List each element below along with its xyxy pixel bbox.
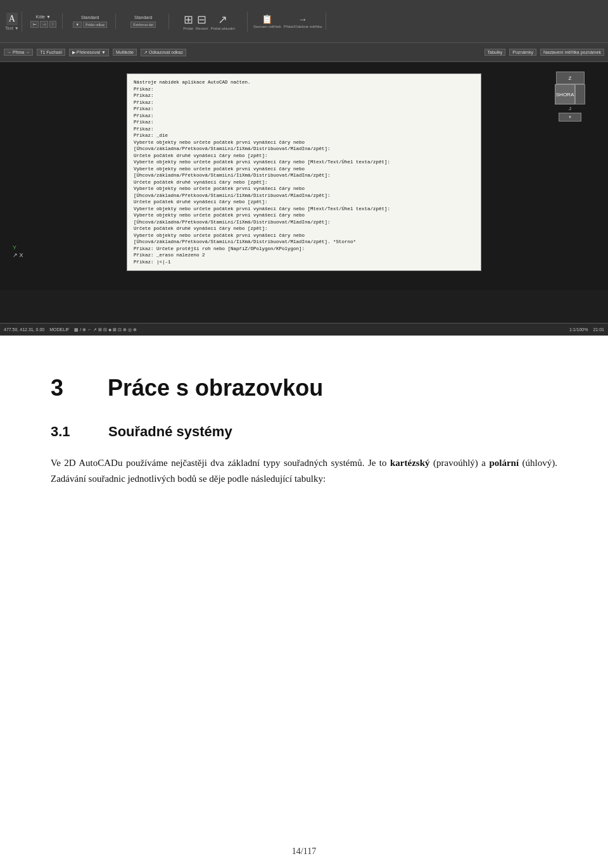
nav-j-label: J [569,106,571,111]
nav-cube-button: ▼ [559,113,581,122]
section-number: 3.1 [51,424,86,440]
white-divider [0,336,608,343]
cmd-line-9: Vyberte objekty nebo určete počátek prvn… [134,139,474,153]
toolbar2-prekresovat: ▶ Překresovat ▼ [69,49,109,56]
cmd-line-1: Příkaz: [134,86,474,93]
cmd-line-18: Určete počátek druhé vynášecí čáry nebo … [134,225,474,232]
autocad-toolbar-row1: A Text ▼ Kóte ▼ ⊢ ⊣ ↕ Standard ▼ Pridat … [0,0,608,43]
cmd-line-0: Nástroje nabídek aplikace AutoCAD načten… [134,79,474,86]
cmd-line-3: Příkaz: [134,99,474,106]
cmd-line-19: Vyberte objekty nebo určete počátek prvn… [134,232,474,246]
toolbar-section-a: A Text ▼ [3,11,22,32]
toolbar-right-section: 📋 Seznam měřítek → Přidat/Odebrat měřítk… [250,13,326,30]
autocad-drawing-area: Z SHORA J ▼ Y ↗ X Nástroje nabídek aplik… [0,62,608,290]
toolbar-pridat-section: ⊞ Pridat ⊟ Revizni ↗ Pridat aktualní [172,11,248,32]
toolbar2-prima: → Přima → [4,49,33,56]
section-heading: 3.1 Souřadné systémy [51,424,557,440]
toolbar-a-icon: A [6,13,18,25]
toolbar2-fuchsel: T1 Fuchsel [37,49,65,56]
section-title: Souřadné systémy [108,424,232,440]
paragraph-middle: (pravoúhlý) a [430,458,490,468]
cmd-line-15: Určete počátek druhé vynášecí čáry nebo … [134,199,474,206]
time-display: 21:01 [593,327,604,332]
cmd-line-17: Vyberte objekty nebo určete počátek prvn… [134,212,474,225]
nav-cube-z-label: Z [556,72,585,84]
bold-polarni: polární [489,458,519,468]
toolbar-estrbovat: Estrbovat dat [130,22,156,28]
autocad-toolbar-row2: → Přima → T1 Fuchsel ▶ Překresovat ▼ Mul… [0,43,608,62]
cmd-line-2: Příkaz: [134,92,474,99]
nav-cube-front-face: SHORA [555,84,575,104]
mode-display: MODELIF [49,327,69,332]
command-history-panel: Nástroje nabídek aplikace AutoCAD načten… [127,73,481,271]
autocad-screenshot: A Text ▼ Kóte ▼ ⊢ ⊣ ↕ Standard ▼ Pridat … [0,0,608,336]
toolbar-text-label: Text ▼ [5,26,19,30]
page-footer: 14/117 [0,846,608,857]
cmd-line-5: Příkaz: [134,113,474,120]
cmd-line-6: Příkaz: [134,119,474,126]
toolbar-kote-btn1: ⊢ [30,21,39,28]
paragraph-before-bold: Ve 2D AutoCADu používáme nejčastěji dva … [51,458,390,468]
page-number: 14/117 [292,846,316,856]
cmd-line-20: Příkaz: Určete protější roh nebo [NapříZ… [134,246,474,253]
cmd-line-12: Vyberte objekty nebo určete počátek prvn… [134,166,474,179]
cmd-line-7: Příkaz: [134,126,474,133]
bold-kartezsky: kartézský [390,458,430,468]
toolbar-std-btn1: ▼ [73,22,82,28]
toolbar-standard-section: Standard ▼ Pridat odkaz [65,14,116,29]
zoom-level: 1:1/100% [569,327,588,332]
nav-cube: Z SHORA J ▼ [551,72,589,122]
toolbar2-nastaveni: Nastavení měřítka poznámek [540,49,604,56]
toolbar2-odkazovat: ↗ Odkazovat odkaz [141,49,186,56]
chapter-title: Práce s obrazovkou [108,375,323,401]
nav-cube-side: SHORA [555,84,585,104]
x-axis-label: ↗ X [13,252,23,258]
main-paragraph: Ve 2D AutoCADu používáme nejčastěji dva … [51,455,557,487]
cmd-line-8: Příkaz: _die [134,132,474,139]
status-icons: ▦ / ⊕ ← ↗ ⊞ ⊟ ◈ ⊠ ⊡ ⊕ ◎ ⊕ [74,327,564,332]
cmd-line-14: Vyberte objekty nebo určete počátek prvn… [134,186,474,199]
toolbar-kote-btn3: ↕ [49,21,56,28]
toolbar2-poznamky: Poznámky [509,49,536,56]
content-area: 3 Práce s obrazovkou 3.1 Souřadné systém… [0,343,608,868]
toolbar-kote-btn2: ⊣ [40,21,48,28]
cmd-line-13: Určete počátek druhé vynášecí čáry nebo … [134,179,474,186]
autocad-statusbar: 477.50, 412.31, 0.00 MODELIF ▦ / ⊕ ← ↗ ⊞… [0,323,608,336]
cmd-line-11: Vyberte objekty nebo určete počátek prvn… [134,159,474,166]
chapter-number: 3 [51,375,76,401]
toolbar2-multikote: Multikóte [113,49,137,56]
cmd-line-4: Příkaz: [134,106,474,113]
cmd-line-16: Vyberte objekty nebo určete počátek prvn… [134,206,474,213]
cmd-line-10: Určete počátek druhé vynášecí čáry nebo … [134,153,474,160]
cmd-line-21: Příkaz: _eraso nalezeno 2 [134,252,474,259]
axis-indicator: Y ↗ X [13,244,23,258]
nav-cube-right-face [575,84,585,104]
cmd-line-22: Příkaz: |<|-1 [134,259,474,266]
toolbar2-tabulky: Tabulky [484,49,506,56]
toolbar-kote: Kóte ▼ ⊢ ⊣ ↕ [25,13,63,29]
y-axis-label: Y [13,244,23,251]
coordinates-display: 477.50, 412.31, 0.00 [4,327,44,332]
toolbar-std-btn2: Pridat odkaz [83,22,107,28]
chapter-heading: 3 Práce s obrazovkou [51,375,557,401]
toolbar-standard-section2: Standard Estrbovat dat [118,14,169,29]
